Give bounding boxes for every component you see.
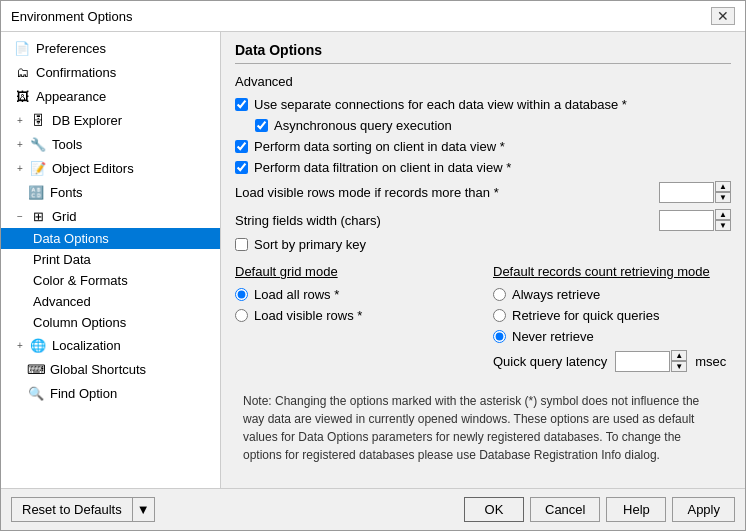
sidebar-item-find-option[interactable]: 🔍 Find Option bbox=[1, 381, 220, 405]
checkbox-label-1: Use separate connections for each data v… bbox=[254, 97, 627, 112]
sidebar-label-tools: Tools bbox=[52, 137, 82, 152]
checkbox-row-3: Perform data sorting on client in data v… bbox=[235, 139, 731, 154]
checkbox-label-3: Perform data sorting on client in data v… bbox=[254, 139, 505, 154]
environment-options-dialog: Environment Options ✕ 📄 Preferences 🗂 Co… bbox=[0, 0, 746, 531]
checkbox-filter-client[interactable] bbox=[235, 161, 248, 174]
sidebar-item-appearance[interactable]: 🖼 Appearance bbox=[1, 84, 220, 108]
apply-button[interactable]: Apply bbox=[672, 497, 735, 522]
ok-button[interactable]: OK bbox=[464, 497, 524, 522]
sidebar-item-advanced[interactable]: Advanced bbox=[1, 291, 220, 312]
radio-label-2: Load visible rows * bbox=[254, 308, 362, 323]
quick-latency-row: Quick query latency 800 ▲ ▼ msec bbox=[493, 350, 731, 372]
spinbox-1-down[interactable]: ▼ bbox=[715, 192, 731, 203]
quick-latency-label: Quick query latency bbox=[493, 354, 607, 369]
col-left-title: Default grid mode bbox=[235, 264, 473, 279]
radio-retrieve-quick[interactable] bbox=[493, 309, 506, 322]
appearance-icon: 🖼 bbox=[13, 87, 31, 105]
grid-icon: ⊞ bbox=[29, 207, 47, 225]
dialog-body: 📄 Preferences 🗂 Confirmations 🖼 Appearan… bbox=[1, 32, 745, 488]
radio-label-3: Always retrieve bbox=[512, 287, 600, 302]
spinbox-3-input[interactable]: 800 bbox=[615, 351, 670, 372]
spinbox-3-up[interactable]: ▲ bbox=[671, 350, 687, 361]
radio-row-2: Load visible rows * bbox=[235, 308, 473, 323]
note-area: Note: Changing the options marked with t… bbox=[235, 384, 731, 472]
sidebar-label-global-shortcuts: Global Shortcuts bbox=[50, 362, 146, 377]
reset-defaults-dropdown[interactable]: ▼ bbox=[132, 497, 155, 522]
help-button[interactable]: Help bbox=[606, 497, 666, 522]
footer-right: OK Cancel Help Apply bbox=[464, 497, 735, 522]
radio-never-retrieve[interactable] bbox=[493, 330, 506, 343]
checkbox-sort-client[interactable] bbox=[235, 140, 248, 153]
sidebar-label-color-formats: Color & Formats bbox=[33, 273, 128, 288]
sidebar-item-object-editors[interactable]: + 📝 Object Editors bbox=[1, 156, 220, 180]
spinbox-3-down[interactable]: ▼ bbox=[671, 361, 687, 372]
object-editors-icon: 📝 bbox=[29, 159, 47, 177]
checkbox-row-5: Sort by primary key bbox=[235, 237, 731, 252]
spinbox-2-input[interactable]: 0 bbox=[659, 210, 714, 231]
expand-tools-icon: + bbox=[13, 137, 27, 151]
close-button[interactable]: ✕ bbox=[711, 7, 735, 25]
spinbox-3-buttons: ▲ ▼ bbox=[671, 350, 687, 372]
spinbox-1-input[interactable]: 3000 bbox=[659, 182, 714, 203]
spinbox-label-1: Load visible rows mode if records more t… bbox=[235, 185, 659, 200]
sidebar-label-object-editors: Object Editors bbox=[52, 161, 134, 176]
find-option-icon: 🔍 bbox=[27, 384, 45, 402]
sidebar-item-fonts[interactable]: 🔠 Fonts bbox=[1, 180, 220, 204]
spinbox-2: 0 ▲ ▼ bbox=[659, 209, 731, 231]
sidebar-item-column-options[interactable]: Column Options bbox=[1, 312, 220, 333]
sidebar-item-db-explorer[interactable]: + 🗄 DB Explorer bbox=[1, 108, 220, 132]
spinbox-1-up[interactable]: ▲ bbox=[715, 181, 731, 192]
sidebar-item-tools[interactable]: + 🔧 Tools bbox=[1, 132, 220, 156]
sidebar-item-print-data[interactable]: Print Data bbox=[1, 249, 220, 270]
spinbox-1: 3000 ▲ ▼ bbox=[659, 181, 731, 203]
checkbox-separate-connections[interactable] bbox=[235, 98, 248, 111]
checkbox-row-1: Use separate connections for each data v… bbox=[235, 97, 731, 112]
cancel-button[interactable]: Cancel bbox=[530, 497, 600, 522]
checkbox-row-4: Perform data filtration on client in dat… bbox=[235, 160, 731, 175]
radio-load-visible[interactable] bbox=[235, 309, 248, 322]
radio-label-5: Never retrieve bbox=[512, 329, 594, 344]
checkbox-label-4: Perform data filtration on client in dat… bbox=[254, 160, 511, 175]
sidebar-label-localization: Localization bbox=[52, 338, 121, 353]
checkbox-sort-primary[interactable] bbox=[235, 238, 248, 251]
preferences-icon: 📄 bbox=[13, 39, 31, 57]
two-col-section: Default grid mode Load all rows * Load v… bbox=[235, 264, 731, 372]
checkbox-label-5: Sort by primary key bbox=[254, 237, 366, 252]
sidebar-item-localization[interactable]: + 🌐 Localization bbox=[1, 333, 220, 357]
spinbox-2-up[interactable]: ▲ bbox=[715, 209, 731, 220]
radio-always-retrieve[interactable] bbox=[493, 288, 506, 301]
col-right: Default records count retrieving mode Al… bbox=[493, 264, 731, 372]
expand-localization-icon: + bbox=[13, 338, 27, 352]
checkbox-async-query[interactable] bbox=[255, 119, 268, 132]
content-panel: Data Options Advanced Use separate conne… bbox=[221, 32, 745, 488]
sidebar-item-preferences[interactable]: 📄 Preferences bbox=[1, 36, 220, 60]
col-right-title: Default records count retrieving mode bbox=[493, 264, 731, 279]
sidebar-label-fonts: Fonts bbox=[50, 185, 83, 200]
global-shortcuts-icon: ⌨ bbox=[27, 360, 45, 378]
radio-row-3: Always retrieve bbox=[493, 287, 731, 302]
spinbox-3: 800 ▲ ▼ bbox=[615, 350, 687, 372]
sidebar-label-preferences: Preferences bbox=[36, 41, 106, 56]
title-bar: Environment Options ✕ bbox=[1, 1, 745, 32]
reset-defaults-button[interactable]: Reset to Defaults bbox=[11, 497, 132, 522]
tools-icon: 🔧 bbox=[29, 135, 47, 153]
spinbox-label-2: String fields width (chars) bbox=[235, 213, 659, 228]
panel-title: Data Options bbox=[235, 42, 731, 64]
sidebar-label-db-explorer: DB Explorer bbox=[52, 113, 122, 128]
sidebar-item-color-formats[interactable]: Color & Formats bbox=[1, 270, 220, 291]
sidebar-item-data-options[interactable]: Data Options bbox=[1, 228, 220, 249]
checkbox-row-2: Asynchronous query execution bbox=[255, 118, 731, 133]
sidebar-label-appearance: Appearance bbox=[36, 89, 106, 104]
radio-load-all[interactable] bbox=[235, 288, 248, 301]
spinbox-2-down[interactable]: ▼ bbox=[715, 220, 731, 231]
dialog-footer: Reset to Defaults ▼ OK Cancel Help Apply bbox=[1, 488, 745, 530]
sidebar-item-confirmations[interactable]: 🗂 Confirmations bbox=[1, 60, 220, 84]
radio-row-5: Never retrieve bbox=[493, 329, 594, 344]
expand-grid-icon: − bbox=[13, 209, 27, 223]
radio-row-4: Retrieve for quick queries bbox=[493, 308, 731, 323]
sidebar-item-grid[interactable]: − ⊞ Grid bbox=[1, 204, 220, 228]
sidebar-item-global-shortcuts[interactable]: ⌨ Global Shortcuts bbox=[1, 357, 220, 381]
sidebar-label-advanced: Advanced bbox=[33, 294, 91, 309]
spinbox-3-unit: msec bbox=[695, 354, 726, 369]
dialog-title: Environment Options bbox=[11, 9, 132, 24]
